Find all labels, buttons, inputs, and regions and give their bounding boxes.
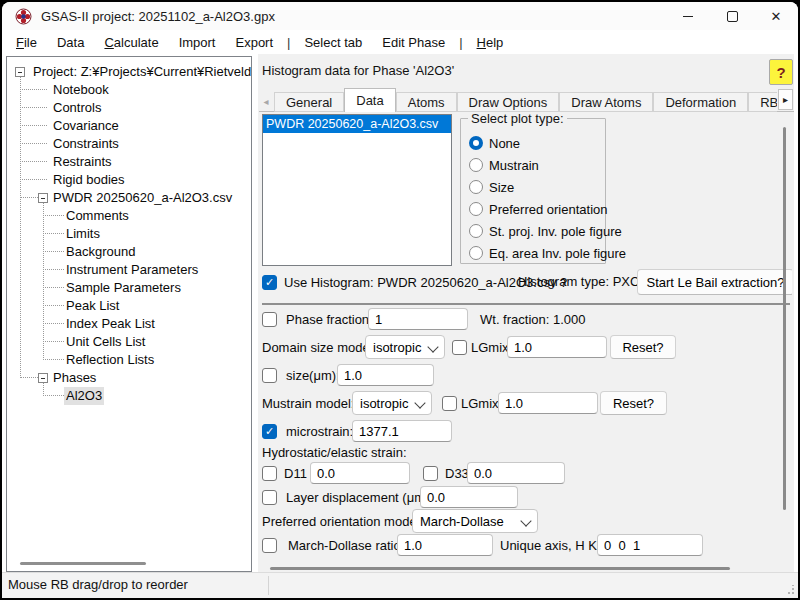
radio-icon[interactable]: [469, 224, 483, 238]
tab-bar: ◂ GeneralDataAtomsDraw OptionsDraw Atoms…: [259, 88, 794, 112]
mustrain-lgmix-checkbox[interactable]: [442, 396, 457, 411]
domain-lgmix-input[interactable]: [507, 336, 607, 358]
tree-connector: [20, 125, 47, 126]
histogram-list-item[interactable]: PWDR 20250620_a-Al2O3.csv: [263, 115, 451, 133]
tree-item-covariance[interactable]: Covariance: [7, 117, 251, 135]
d33-label: D33: [445, 465, 469, 482]
menu-item-export[interactable]: Export: [225, 33, 283, 52]
size-um-checkbox[interactable]: [262, 368, 277, 383]
collapse-icon[interactable]: [38, 373, 48, 383]
menu-separator: |: [455, 33, 466, 52]
minimize-icon: [683, 16, 693, 17]
close-icon: ✕: [771, 10, 782, 23]
plot-type-option-size[interactable]: Size: [469, 176, 603, 198]
domain-reset-button[interactable]: Reset?: [610, 335, 676, 359]
menu-item-edit-phase[interactable]: Edit Phase: [372, 33, 455, 52]
size-um-input[interactable]: [337, 364, 434, 386]
microstrain-input[interactable]: [352, 420, 452, 442]
layer-displacement-input[interactable]: [420, 486, 518, 508]
resize-grip-icon[interactable]: [785, 585, 795, 595]
unique-axis-input[interactable]: [597, 534, 703, 556]
help-button[interactable]: ?: [769, 59, 793, 85]
panel-horizontal-scrollbar[interactable]: [270, 567, 730, 570]
panel-vertical-scrollbar[interactable]: [783, 127, 786, 510]
pref-orientation-combobox[interactable]: March-Dollase: [412, 509, 538, 533]
collapse-icon[interactable]: [38, 193, 48, 203]
radio-icon[interactable]: [469, 202, 483, 216]
menu-item-data[interactable]: Data: [47, 33, 94, 52]
march-dollase-input[interactable]: [397, 534, 493, 556]
tree-connector: [20, 197, 38, 198]
minus-glyph: [41, 378, 45, 379]
panel-title: Histogram data for Phase 'Al2O3': [262, 63, 454, 78]
lebail-button[interactable]: Start Le Bail extraction?: [637, 269, 792, 295]
menu-item-help[interactable]: Help: [467, 33, 514, 52]
collapse-icon[interactable]: [15, 67, 25, 77]
plot-type-option-none[interactable]: None: [469, 132, 603, 154]
tab-draw-atoms[interactable]: Draw Atoms: [559, 92, 653, 112]
tab-atoms[interactable]: Atoms: [396, 92, 457, 112]
radio-label: None: [489, 136, 520, 151]
d11-checkbox[interactable]: [262, 466, 277, 481]
phase-fraction-checkbox[interactable]: [262, 312, 277, 327]
menu-item-select-tab[interactable]: Select tab: [294, 33, 372, 52]
chevron-down-icon: [414, 397, 425, 408]
menu-item-import[interactable]: Import: [169, 33, 226, 52]
close-button[interactable]: ✕: [754, 2, 798, 30]
tree-item-restraints[interactable]: Restraints: [7, 153, 251, 171]
d33-checkbox[interactable]: [423, 466, 438, 481]
gsas2-window: GSAS-II project: 20251102_a-Al2O3.gpx ✕ …: [2, 2, 798, 598]
tab-data[interactable]: Data: [344, 88, 395, 112]
tree-item-controls[interactable]: Controls: [7, 99, 251, 117]
d33-input[interactable]: [467, 462, 565, 484]
maximize-button[interactable]: [710, 2, 754, 30]
phase-fraction-input[interactable]: [368, 308, 468, 330]
tree-item-label: Limits: [64, 225, 102, 243]
mustrain-reset-button[interactable]: Reset?: [600, 391, 667, 415]
plot-type-option-preferred-orientation[interactable]: Preferred orientation: [469, 198, 603, 220]
minimize-button[interactable]: [666, 2, 710, 30]
plot-type-option-mustrain[interactable]: Mustrain: [469, 154, 603, 176]
tree-item-label: Background: [64, 243, 137, 261]
microstrain-checkbox[interactable]: [262, 424, 277, 439]
radio-label: Eq. area Inv. pole figure: [489, 246, 626, 261]
mustrain-model-label: Mustrain model:: [262, 395, 354, 412]
tree-item-project-z-projects-current-rietveld-2025[interactable]: Project: Z:¥Projects¥Current¥Rietveld¥20…: [7, 63, 251, 81]
menu-separator: |: [283, 33, 294, 52]
plot-type-option-st-proj-inv-pole-figure[interactable]: St. proj. Inv. pole figure: [469, 220, 603, 242]
menu-item-calculate[interactable]: Calculate: [94, 33, 168, 52]
radio-icon[interactable]: [469, 180, 483, 194]
tree-connector: [20, 179, 47, 180]
domain-size-model-combobox[interactable]: isotropic: [365, 335, 445, 359]
plot-type-option-eq-area-inv-pole-figure[interactable]: Eq. area Inv. pole figure: [469, 242, 603, 264]
layer-displacement-checkbox[interactable]: [262, 490, 277, 505]
mustrain-lgmix-input[interactable]: [498, 392, 598, 414]
chevron-down-icon: [520, 515, 531, 526]
plot-type-legend: Select plot type:: [468, 112, 567, 126]
menu-item-file[interactable]: File: [6, 33, 47, 52]
use-histogram-checkbox[interactable]: [262, 275, 277, 290]
tabs-scroll-left-icon[interactable]: ◂: [259, 92, 273, 111]
chevron-down-icon: [427, 341, 438, 352]
mustrain-model-combobox[interactable]: isotropic: [352, 391, 432, 415]
main-area: Project: Z:¥Projects¥Current¥Rietveld¥20…: [2, 54, 798, 572]
radio-icon[interactable]: [469, 246, 483, 260]
tabs-scroll-right-icon[interactable]: ▸: [778, 89, 793, 110]
tree-connector: [43, 323, 64, 324]
tree-item-rigid-bodies[interactable]: Rigid bodies: [7, 171, 251, 189]
tab-draw-options[interactable]: Draw Options: [457, 92, 560, 112]
domain-lgmix-checkbox[interactable]: [452, 340, 467, 355]
tab-deformation[interactable]: Deformation: [653, 92, 748, 112]
hydrostatic-strain-label: Hydrostatic/elastic strain:: [262, 444, 407, 461]
tree-horizontal-scrollbar[interactable]: [20, 562, 146, 565]
march-dollase-checkbox[interactable]: [262, 538, 277, 553]
tree-item-constraints[interactable]: Constraints: [7, 135, 251, 153]
tab-general[interactable]: General: [274, 92, 344, 112]
radio-icon[interactable]: [469, 136, 483, 150]
radio-icon[interactable]: [469, 158, 483, 172]
histogram-listbox[interactable]: PWDR 20250620_a-Al2O3.csv: [262, 114, 452, 266]
minus-glyph: [18, 72, 22, 73]
d11-input[interactable]: [310, 462, 410, 484]
tree-item-notebook[interactable]: Notebook: [7, 81, 251, 99]
tab-rb-models[interactable]: RB Models: [748, 92, 777, 112]
